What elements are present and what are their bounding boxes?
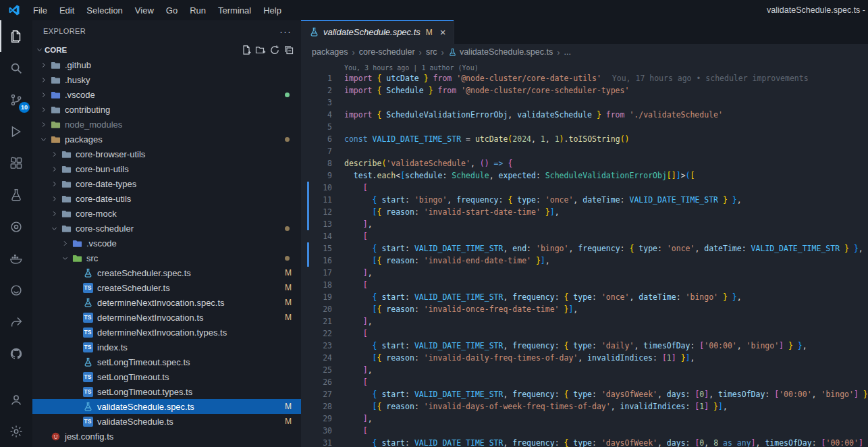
tree-item-setlongtimeout-ts[interactable]: TSsetLongTimeout.ts <box>32 369 301 384</box>
tree-item-core-bun-utils[interactable]: core-bun-utils <box>32 161 301 176</box>
menu-help[interactable]: Help <box>257 3 288 18</box>
menu-edit[interactable]: Edit <box>53 3 80 18</box>
token: , <box>503 341 512 350</box>
typescript-file-icon: TS <box>82 282 93 293</box>
tab-validateschedule-spec-ts[interactable]: validateSchedule.spec.ts M × <box>301 20 454 44</box>
tree-item-validateschedule-spec-ts[interactable]: validateSchedule.spec.tsM <box>32 399 301 414</box>
breadcrumb-src[interactable]: src <box>426 47 437 57</box>
menu-run[interactable]: Run <box>184 3 212 18</box>
run-debug-icon[interactable] <box>0 115 32 147</box>
section-core[interactable]: CORE <box>32 42 301 57</box>
menu-file[interactable]: File <box>27 3 53 18</box>
tree-item-core-browser-utils[interactable]: core-browser-utils <box>32 147 301 161</box>
code-line-19[interactable]: 19 { start: VALID_DATE_TIME_STR, frequen… <box>301 291 868 303</box>
code-line-13[interactable]: 13 ], <box>301 218 868 230</box>
tree-item-core-date-utils[interactable]: core-date-utils <box>32 191 301 206</box>
tree-item-node-modules[interactable]: node_modules <box>32 117 301 132</box>
code-line-15[interactable]: 15 { start: VALID_DATE_TIME_STR, end: 'b… <box>301 242 868 255</box>
github-icon[interactable] <box>0 338 32 369</box>
code-line-29[interactable]: 29 ], <box>301 413 868 425</box>
code-line-5[interactable]: 5 <box>301 121 868 133</box>
breadcrumb-validateschedule-spec-ts[interactable]: validateSchedule.spec.ts <box>448 47 553 57</box>
code-line-25[interactable]: 25 ], <box>301 364 868 376</box>
more-actions-icon[interactable]: ··· <box>279 26 292 37</box>
refresh-icon[interactable] <box>269 45 280 55</box>
manage-icon[interactable] <box>0 415 32 447</box>
tree-item-index-ts[interactable]: TSindex.ts <box>32 340 301 354</box>
tree-item-validateschedule-ts[interactable]: TSvalidateSchedule.tsM <box>32 414 301 429</box>
gitlens-icon[interactable] <box>0 211 32 242</box>
extensions-icon[interactable] <box>0 147 32 179</box>
token: 2024 <box>512 134 531 144</box>
code-line-1[interactable]: 1import { utcDate } from '@node-cluster/… <box>301 72 868 84</box>
tree-item-determinenextinvocation-spec-ts[interactable]: determineNextInvocation.spec.tsM <box>32 295 301 310</box>
tree-item-github[interactable]: .github <box>32 57 301 72</box>
tree-item-core-scheduler[interactable]: core-scheduler <box>32 221 301 236</box>
docker-icon[interactable] <box>0 242 32 274</box>
breadcrumb-packages[interactable]: packages <box>312 47 348 57</box>
search-icon[interactable] <box>0 52 32 84</box>
new-file-icon[interactable] <box>241 45 252 55</box>
tree-item-vscode[interactable]: .vscode <box>32 87 301 102</box>
tree-item-setlongtimeout-spec-ts[interactable]: setLongTimeout.spec.ts <box>32 354 301 369</box>
breadcrumb-[interactable]: ... <box>564 47 571 57</box>
activity-bar-bottom <box>0 384 32 447</box>
code-line-22[interactable]: 22 [ <box>301 327 868 340</box>
menu-selection[interactable]: Selection <box>80 3 128 18</box>
tree-item-core-mock[interactable]: core-mock <box>32 206 301 221</box>
code-line-10[interactable]: 10 [ <box>301 182 868 194</box>
token: : <box>620 195 630 205</box>
tree-item-src[interactable]: src <box>32 251 301 265</box>
code-line-26[interactable]: 26 [ <box>301 376 868 388</box>
explorer-icon[interactable] <box>0 20 32 52</box>
testing-icon[interactable] <box>0 179 32 211</box>
tree-item-createscheduler-ts[interactable]: TScreateScheduler.tsM <box>32 280 301 295</box>
code-line-23[interactable]: 23 { start: VALID_DATE_TIME_STR, frequen… <box>301 340 868 352</box>
tree-item-determinenextinvocation-ts[interactable]: TSdetermineNextInvocation.tsM <box>32 310 301 325</box>
source-control-icon[interactable]: 10 <box>0 84 32 115</box>
tree-item-jest-config-ts[interactable]: jest.config.ts <box>32 429 301 444</box>
gitlens-authors-codelens[interactable]: You, 3 hours ago | 1 author (You) <box>344 62 868 72</box>
code-line-28[interactable]: 28 [{ reason: 'invalid-days-of-week-freq… <box>301 400 868 413</box>
code-line-7[interactable]: 7 <box>301 145 868 157</box>
code-line-12[interactable]: 12 [{ reason: 'invalid-start-date-time' … <box>301 206 868 218</box>
menu-view[interactable]: View <box>129 3 160 18</box>
code-line-20[interactable]: 20 [{ reason: 'invalid-once-freq-date-ti… <box>301 303 868 315</box>
close-icon[interactable]: × <box>440 27 446 37</box>
code-line-14[interactable]: 14 [ <box>301 230 868 242</box>
token: frequency <box>512 341 554 350</box>
tree-item-husky[interactable]: .husky <box>32 72 301 87</box>
code-line-11[interactable]: 11 { start: 'bingo', frequency: { type: … <box>301 194 868 206</box>
code-line-9[interactable]: 9 test.each<[schedule: Schedule, expecte… <box>301 169 868 182</box>
code-line-21[interactable]: 21 ], <box>301 315 868 327</box>
tree-item-core-date-types[interactable]: core-date-types <box>32 176 301 191</box>
code-line-31[interactable]: 31 { start: VALID_DATE_TIME_STR, frequen… <box>301 437 868 447</box>
tree-item-setlongtimeout-types-ts[interactable]: TSsetLongTimeout.types.ts <box>32 384 301 399</box>
code-line-8[interactable]: 8describe('validateSchedule', () => { <box>301 157 868 169</box>
code-line-3[interactable]: 3 <box>301 97 868 109</box>
menu-go[interactable]: Go <box>160 3 184 18</box>
gutter: 9 <box>301 169 332 182</box>
code-line-24[interactable]: 24 [{ reason: 'invalid-daily-freq-times-… <box>301 352 868 364</box>
code-line-6[interactable]: 6const VALID_DATE_TIME_STR = utcDate(202… <box>301 133 868 145</box>
new-folder-icon[interactable] <box>255 45 266 55</box>
code-line-16[interactable]: 16 [{ reason: 'invalid-end-date-time' }]… <box>301 255 868 267</box>
breadcrumb-core-scheduler[interactable]: core-scheduler <box>359 47 415 57</box>
code-line-2[interactable]: 2import { Schedule } from '@node-cluster… <box>301 84 868 97</box>
collapse-all-icon[interactable] <box>283 45 294 55</box>
tree-item-contributing[interactable]: contributing <box>32 102 301 117</box>
tree-item-vscode[interactable]: .vscode <box>32 236 301 251</box>
code-line-27[interactable]: 27 { start: VALID_DATE_TIME_STR, frequen… <box>301 388 868 400</box>
menu-terminal[interactable]: Terminal <box>212 3 257 18</box>
accounts-icon[interactable] <box>0 384 32 415</box>
jest-icon[interactable] <box>0 274 32 306</box>
code-line-4[interactable]: 4import { ScheduleValidationErrorObj, va… <box>301 109 868 121</box>
code-line-18[interactable]: 18 [ <box>301 279 868 291</box>
tree-item-determinenextinvocation-types-ts[interactable]: TSdetermineNextInvocation.types.ts <box>32 325 301 340</box>
code-line-17[interactable]: 17 ], <box>301 267 868 279</box>
code-line-30[interactable]: 30 [ <box>301 425 868 437</box>
token: => <box>494 159 504 168</box>
tree-item-packages[interactable]: packages <box>32 132 301 147</box>
tree-item-createscheduler-spec-ts[interactable]: createScheduler.spec.tsM <box>32 265 301 280</box>
live-share-icon[interactable] <box>0 306 32 338</box>
